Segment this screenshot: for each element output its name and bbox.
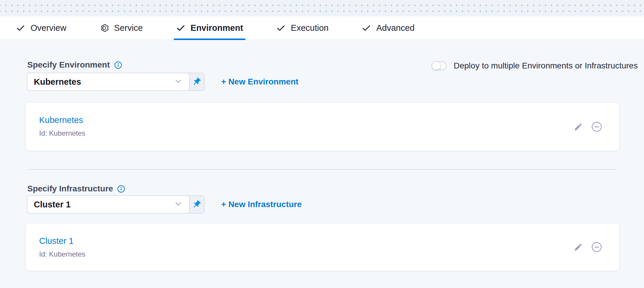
tab-label: Service bbox=[114, 23, 143, 33]
chevron-down-icon bbox=[174, 77, 183, 87]
new-environment-button[interactable]: + New Environment bbox=[221, 73, 299, 91]
environment-select[interactable]: Kubernetes bbox=[27, 73, 190, 91]
pencil-icon bbox=[574, 243, 583, 252]
chevron-down-icon bbox=[174, 199, 183, 209]
infrastructure-card-actions bbox=[574, 242, 602, 253]
multi-environment-toggle-label: Deploy to multiple Environments or Infra… bbox=[454, 61, 638, 71]
minus-circle-icon bbox=[591, 121, 602, 132]
multi-environment-toggle-row: Deploy to multiple Environments or Infra… bbox=[432, 61, 638, 71]
infrastructure-select[interactable]: Cluster 1 bbox=[27, 195, 190, 214]
infrastructure-id-text: Id: Kubernetes bbox=[39, 250, 85, 258]
remove-environment-button[interactable] bbox=[591, 121, 602, 132]
pin-icon bbox=[190, 75, 203, 88]
environment-id-text: Id: Kubernetes bbox=[39, 129, 85, 137]
infrastructure-name-link[interactable]: Cluster 1 bbox=[39, 236, 74, 246]
canvas-dotted-background bbox=[0, 0, 644, 16]
tab-service[interactable]: Service bbox=[97, 16, 145, 40]
check-icon bbox=[362, 23, 371, 33]
multi-environment-toggle[interactable] bbox=[432, 61, 447, 70]
pin-environment-button[interactable] bbox=[189, 73, 204, 90]
toggle-knob bbox=[432, 62, 440, 70]
edit-infrastructure-button[interactable] bbox=[574, 243, 583, 252]
tab-overview[interactable]: Overview bbox=[14, 16, 69, 40]
gear-icon bbox=[100, 23, 109, 33]
environment-name-link[interactable]: Kubernetes bbox=[39, 115, 83, 125]
environment-card: Kubernetes Id: Kubernetes bbox=[26, 103, 619, 151]
minus-circle-icon bbox=[591, 242, 602, 253]
environment-dropdown: Kubernetes bbox=[27, 73, 205, 91]
stage-tab-bar: Overview Service Environment Execution A… bbox=[0, 16, 644, 40]
pencil-icon bbox=[574, 122, 583, 131]
pin-icon bbox=[190, 198, 203, 211]
check-icon bbox=[176, 23, 185, 33]
infrastructure-select-value: Cluster 1 bbox=[34, 200, 71, 209]
section-divider bbox=[29, 169, 616, 170]
tab-label: Execution bbox=[291, 23, 329, 33]
tab-advanced[interactable]: Advanced bbox=[359, 16, 417, 40]
check-icon bbox=[16, 23, 25, 33]
info-icon[interactable] bbox=[117, 185, 125, 193]
remove-infrastructure-button[interactable] bbox=[591, 242, 602, 253]
infrastructure-card: Cluster 1 Id: Kubernetes bbox=[26, 224, 619, 271]
specify-infrastructure-label: Specify Infrastructure bbox=[27, 184, 125, 193]
environment-card-actions bbox=[574, 121, 602, 132]
check-icon bbox=[276, 23, 286, 33]
environment-tab-content: Specify Environment Kubernetes + New Env… bbox=[0, 40, 644, 288]
infrastructure-dropdown: Cluster 1 bbox=[27, 195, 205, 214]
info-icon[interactable] bbox=[114, 61, 122, 69]
tab-label: Overview bbox=[31, 23, 66, 33]
tab-execution[interactable]: Execution bbox=[274, 16, 331, 40]
new-infrastructure-button[interactable]: + New Infrastructure bbox=[221, 195, 302, 214]
pin-infrastructure-button[interactable] bbox=[189, 196, 204, 213]
tab-environment[interactable]: Environment bbox=[174, 16, 246, 40]
environment-select-value: Kubernetes bbox=[34, 77, 81, 87]
tab-label: Advanced bbox=[376, 23, 415, 33]
tab-label: Environment bbox=[191, 23, 243, 33]
edit-environment-button[interactable] bbox=[574, 122, 583, 131]
specify-environment-label: Specify Environment bbox=[27, 60, 122, 70]
